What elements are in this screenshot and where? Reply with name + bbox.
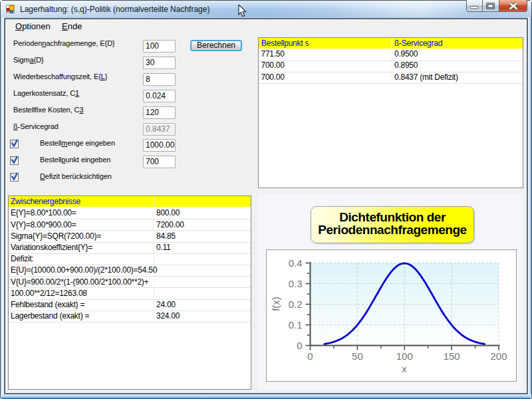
svg-text:x: x	[402, 363, 407, 374]
svg-text:f(x): f(x)	[270, 297, 281, 311]
svg-text:150: 150	[444, 350, 460, 362]
svg-text:0.3: 0.3	[289, 278, 303, 289]
svg-text:0: 0	[307, 350, 313, 362]
svg-text:0: 0	[297, 340, 302, 351]
svg-text:0.1: 0.1	[289, 319, 303, 331]
svg-text:200: 200	[490, 350, 507, 362]
svg-text:50: 50	[352, 350, 363, 362]
svg-text:0.4: 0.4	[289, 257, 303, 269]
svg-text:0.2: 0.2	[289, 299, 303, 310]
svg-text:100: 100	[396, 350, 413, 362]
